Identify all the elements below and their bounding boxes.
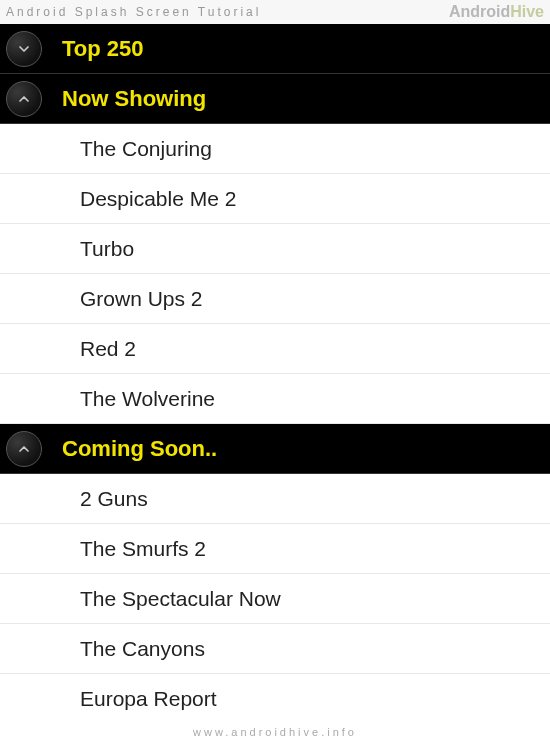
page-title: Android Splash Screen Tutorial xyxy=(6,5,261,19)
chevron-up-icon xyxy=(6,431,42,467)
brand: AndroidHive xyxy=(449,3,544,21)
list-item[interactable]: Despicable Me 2 xyxy=(0,174,550,224)
group-title: Top 250 xyxy=(62,36,144,62)
list-item[interactable]: The Spectacular Now xyxy=(0,574,550,624)
top-bar: Android Splash Screen Tutorial AndroidHi… xyxy=(0,0,550,24)
list-item[interactable]: The Canyons xyxy=(0,624,550,674)
list-item[interactable]: Red 2 xyxy=(0,324,550,374)
group-title: Coming Soon.. xyxy=(62,436,217,462)
chevron-up-icon xyxy=(6,81,42,117)
list-item[interactable]: Europa Report xyxy=(0,674,550,724)
brand-prefix: Android xyxy=(449,3,510,20)
brand-suffix: Hive xyxy=(510,3,544,20)
list-item[interactable]: Turbo xyxy=(0,224,550,274)
list-item[interactable]: The Smurfs 2 xyxy=(0,524,550,574)
footer-url: www.androidhive.info xyxy=(0,721,550,743)
list-item[interactable]: The Conjuring xyxy=(0,124,550,174)
group-header-top250[interactable]: Top 250 xyxy=(0,24,550,74)
list-nowshowing: The Conjuring Despicable Me 2 Turbo Grow… xyxy=(0,124,550,424)
group-header-nowshowing[interactable]: Now Showing xyxy=(0,74,550,124)
list-comingsoon: 2 Guns The Smurfs 2 The Spectacular Now … xyxy=(0,474,550,724)
group-header-comingsoon[interactable]: Coming Soon.. xyxy=(0,424,550,474)
screen: Android Splash Screen Tutorial AndroidHi… xyxy=(0,0,550,743)
list-item[interactable]: 2 Guns xyxy=(0,474,550,524)
list-item[interactable]: The Wolverine xyxy=(0,374,550,424)
list-item[interactable]: Grown Ups 2 xyxy=(0,274,550,324)
group-title: Now Showing xyxy=(62,86,206,112)
chevron-down-icon xyxy=(6,31,42,67)
